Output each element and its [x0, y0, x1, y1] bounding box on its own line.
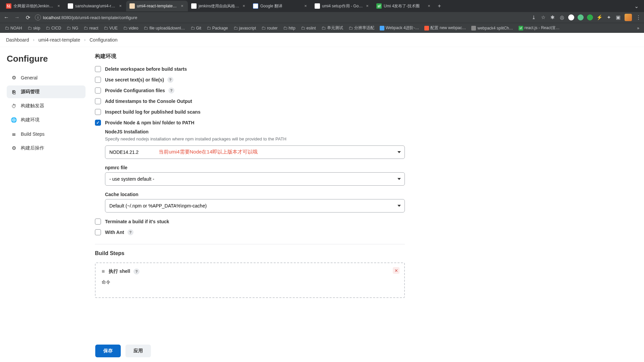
bookmark-label: javascript: [239, 26, 256, 31]
npmrc-select[interactable]: - use system default -: [105, 172, 405, 186]
checkbox-node-path[interactable]: [95, 120, 101, 126]
folder-icon: 🗀: [348, 25, 353, 31]
browser-tab[interactable]: sanshuiwang/umi4-react-temp… ×: [64, 1, 126, 11]
sidebar-item[interactable]: ⏱ 构建触发器: [7, 100, 86, 112]
bookmark-item[interactable]: 🗀video: [121, 25, 141, 31]
url-input[interactable]: i localhost:8080/job/umi4-react-template…: [35, 14, 527, 20]
close-icon[interactable]: ×: [180, 4, 184, 8]
checkbox-config-files[interactable]: [95, 87, 101, 94]
extensions-puzzle-icon[interactable]: ✦: [606, 14, 612, 20]
favicon-icon: 51: [6, 3, 11, 9]
extension-icon[interactable]: ✱: [549, 14, 555, 20]
close-icon[interactable]: ×: [427, 4, 431, 8]
sidebar-item-icon: ⎘: [11, 89, 17, 95]
breadcrumb: Dashboard›umi4-react-template›Configurat…: [0, 33, 644, 47]
cache-location-select[interactable]: Default (~/.npm or %APP_DATA%\npm-cache): [105, 199, 405, 213]
tab-title: sanshuiwang/umi4-react-temp…: [75, 4, 116, 8]
sidebar-item[interactable]: ⚙ 构建后操作: [7, 142, 86, 155]
sidebar-item-label: 源码管理: [21, 89, 40, 95]
help-icon[interactable]: ?: [167, 77, 173, 83]
folder-icon: 🗀: [261, 25, 266, 31]
form-footer: 保存 应用: [0, 340, 644, 362]
checkbox-with-ant[interactable]: [95, 229, 101, 235]
checkbox-timestamps[interactable]: [95, 98, 101, 104]
checkbox-secret-text[interactable]: [95, 77, 101, 83]
close-icon[interactable]: ×: [118, 4, 123, 8]
extension-icon[interactable]: [587, 14, 593, 20]
bookmark-item[interactable]: 🗀react: [82, 25, 100, 31]
checkbox-terminate-stuck[interactable]: [95, 219, 101, 225]
reload-button[interactable]: ⟳: [24, 14, 32, 21]
bookmark-overflow-icon[interactable]: »: [635, 26, 641, 31]
site-info-icon[interactable]: i: [35, 14, 41, 20]
extension-icon[interactable]: [578, 14, 584, 20]
checkbox-delete-workspace[interactable]: [95, 66, 101, 72]
close-icon[interactable]: ×: [241, 4, 246, 8]
sidebar-item[interactable]: ⎘ 源码管理: [7, 85, 86, 98]
profile-avatar[interactable]: [625, 14, 632, 21]
bookmark-item[interactable]: Webpack 4进阶-…: [378, 24, 421, 32]
folder-icon: 🗀: [46, 25, 50, 31]
extension-icon[interactable]: [568, 14, 574, 20]
favicon-icon: [68, 3, 73, 9]
bookmark-item[interactable]: webpack4 splitCh…: [469, 25, 515, 31]
forward-button[interactable]: →: [13, 14, 21, 20]
breadcrumb-item[interactable]: Configuration: [90, 37, 117, 43]
bookmark-label: 配置 new webpac…: [430, 25, 466, 31]
help-icon[interactable]: ?: [127, 229, 133, 235]
bookmark-item[interactable]: 🗀eslint: [299, 25, 318, 31]
extension-icon[interactable]: ◎: [559, 14, 565, 20]
bookmark-item[interactable]: 🗀http: [281, 25, 298, 31]
nodejs-install-select[interactable]: NODE14.21.2: [105, 145, 405, 159]
bookmark-item[interactable]: 🗀Git: [189, 25, 203, 31]
sidebar-item[interactable]: ≣ Build Steps: [7, 128, 86, 140]
bookmark-item[interactable]: 🗀file upload&downl…: [142, 25, 187, 31]
bookmark-item[interactable]: 🗀CICD: [44, 25, 63, 31]
checkbox-inspect-log[interactable]: [95, 109, 101, 115]
bookmark-item[interactable]: 🗀router: [259, 25, 279, 31]
breadcrumb-item[interactable]: umi4-react-template: [39, 37, 80, 43]
close-icon[interactable]: ×: [365, 4, 370, 8]
bookmark-item[interactable]: 🗀javascript: [231, 25, 258, 31]
browser-tab[interactable]: sf Umi 4发布了-技术圈 ×: [373, 1, 435, 11]
bookmark-item[interactable]: 🗀skip: [25, 25, 42, 31]
browser-tab[interactable]: 51 全网最详细的Jenkins 持续集成 ×: [3, 1, 64, 11]
drag-handle-icon[interactable]: ≡: [102, 268, 105, 275]
delete-step-button[interactable]: ✕: [393, 267, 399, 274]
install-app-icon[interactable]: ⤓: [531, 14, 537, 20]
sidebar-item[interactable]: 🌐 构建环境: [7, 114, 86, 126]
browser-tab[interactable]: umi4-react-template Config [… ×: [126, 1, 188, 11]
kebab-menu-icon[interactable]: ⋮: [635, 14, 641, 20]
bookmark-item[interactable]: sfreact.js - React渲…: [517, 24, 562, 32]
close-icon[interactable]: ×: [303, 4, 308, 8]
help-icon[interactable]: ?: [168, 87, 174, 94]
label-config-files: Provide Configuration files: [105, 88, 165, 93]
close-icon[interactable]: ×: [56, 4, 61, 8]
bookmark-item[interactable]: 🗀NOAH: [3, 25, 24, 31]
bookmark-item[interactable]: 🗀Package: [205, 25, 230, 31]
tab-title: Google 翻译: [260, 3, 301, 9]
new-tab-button[interactable]: +: [435, 3, 444, 9]
help-icon[interactable]: ?: [133, 268, 140, 275]
bookmark-favicon-icon: [471, 26, 476, 31]
browser-tab[interactable]: Google 翻译 ×: [250, 1, 311, 11]
sidepanel-icon[interactable]: ▣: [615, 14, 621, 20]
save-button[interactable]: 保存: [95, 345, 121, 357]
browser-tab[interactable]: umi4 setup作用 - Google 搜索 ×: [311, 1, 373, 11]
sidebar-item[interactable]: ⚙ General: [7, 71, 86, 84]
bookmark-item[interactable]: 🗀分辨率适配: [346, 24, 376, 32]
bookmark-item[interactable]: 配置 new webpac…: [422, 24, 468, 32]
breadcrumb-item[interactable]: Dashboard: [6, 37, 29, 43]
apply-button[interactable]: 应用: [125, 345, 151, 357]
bookmark-label: http: [289, 26, 296, 31]
tab-overflow-icon[interactable]: ⌄: [632, 3, 641, 9]
favicon-icon: [191, 3, 197, 9]
bookmark-item[interactable]: 🗀VUE: [102, 25, 120, 31]
back-button[interactable]: ←: [3, 14, 10, 20]
bookmark-item[interactable]: 🗀单元测试: [319, 24, 345, 32]
browser-tab[interactable]: jenkins使用自由风格集成react项 ×: [188, 1, 250, 11]
bookmark-label: NG: [72, 26, 78, 31]
bookmark-star-icon[interactable]: ☆: [540, 14, 546, 20]
bookmark-item[interactable]: 🗀NG: [64, 25, 80, 31]
lightning-icon[interactable]: ⚡: [596, 14, 602, 20]
